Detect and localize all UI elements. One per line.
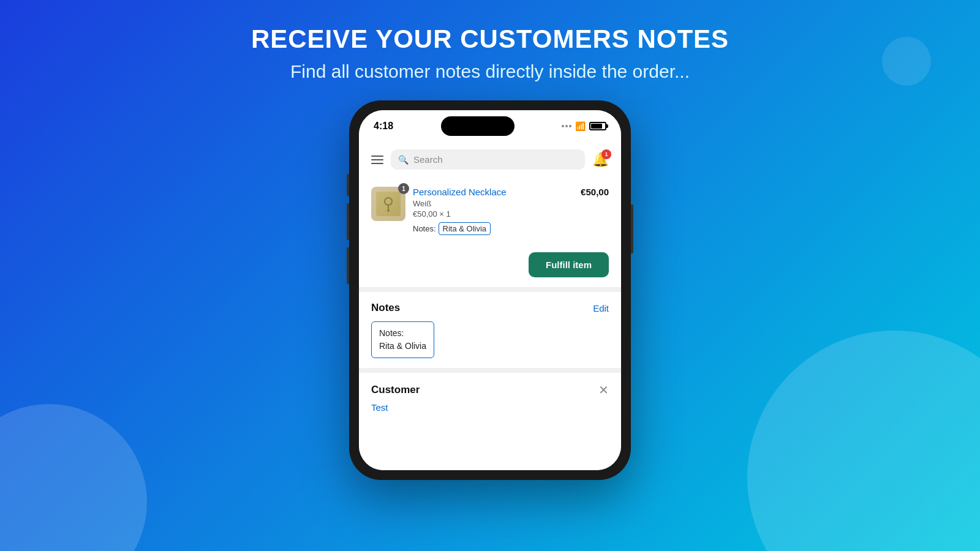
battery-fill: [591, 124, 602, 129]
phone-screen: 4:18 📶: [359, 110, 621, 470]
notes-header: Notes Edit: [371, 302, 609, 314]
product-price-qty: €50,00 × 1: [413, 209, 573, 219]
customer-section: Customer ✕ Test: [359, 368, 621, 420]
sub-title: Find all customer notes directly inside …: [251, 61, 729, 82]
notes-line2: Rita & Olivia: [379, 341, 426, 351]
app-content: 🔍 Search 🔔 1 1: [359, 142, 621, 470]
status-icons: 📶: [562, 121, 606, 131]
hamburger-menu[interactable]: [371, 156, 383, 164]
product-price-right: €50,00: [581, 187, 609, 197]
product-badge: 1: [398, 183, 409, 194]
bell-badge: 1: [601, 149, 611, 159]
header-section: RECEIVE YOUR CUSTOMERS NOTES Find all cu…: [251, 0, 729, 82]
bg-circle-right-small: [882, 37, 931, 86]
wifi-icon: 📶: [575, 121, 586, 131]
bell-wrapper[interactable]: 🔔 1: [592, 152, 609, 168]
phone-side-button-3: [347, 247, 349, 284]
status-bar: 4:18 📶: [359, 110, 621, 142]
customer-title: Customer: [371, 384, 420, 396]
hamburger-line-2: [371, 159, 383, 160]
customer-name[interactable]: Test: [371, 402, 609, 413]
fulfill-item-button[interactable]: Fulfill item: [529, 252, 609, 277]
inline-notes-value: Rita & Olivia: [439, 222, 491, 235]
signal-dot-1: [562, 125, 564, 127]
phone-side-button-2: [347, 203, 349, 240]
top-nav: 🔍 Search 🔔 1: [359, 142, 621, 177]
notes-box-text: Notes: Rita & Olivia: [379, 327, 426, 353]
fulfill-btn-row: Fulfill item: [359, 245, 621, 287]
inline-notes-label: Notes:: [413, 224, 436, 233]
bg-circle-left: [0, 404, 147, 551]
order-item-section: 1: [359, 177, 621, 245]
product-notes-row: Notes: Rita & Olivia: [413, 222, 573, 235]
notes-section: Notes Edit Notes: Rita & Olivia: [359, 292, 621, 368]
status-time: 4:18: [374, 121, 393, 132]
product-variant: Weiß: [413, 199, 573, 208]
product-img-inner: [376, 192, 401, 216]
search-icon: 🔍: [398, 155, 409, 165]
order-item-row: 1: [371, 187, 609, 235]
notes-title: Notes: [371, 302, 400, 314]
phone-side-button-1: [347, 174, 349, 196]
signal-dot-2: [565, 125, 568, 127]
hamburger-line-3: [371, 163, 383, 164]
divider-1: [359, 287, 621, 292]
main-title: RECEIVE YOUR CUSTOMERS NOTES: [251, 24, 729, 54]
phone-side-button-right: [631, 204, 633, 253]
necklace-svg: [380, 195, 397, 212]
product-name: Personalized Necklace: [413, 187, 573, 197]
hamburger-line-1: [371, 156, 383, 157]
battery-icon: [589, 122, 606, 130]
notes-line1: Notes:: [379, 328, 404, 338]
product-details: Personalized Necklace Weiß €50,00 × 1 No…: [413, 187, 573, 235]
notes-content-box: Notes: Rita & Olivia: [371, 321, 434, 358]
close-customer-button[interactable]: ✕: [598, 383, 609, 397]
svg-point-2: [387, 209, 390, 212]
svg-point-0: [385, 198, 392, 205]
signal-dots: [562, 125, 571, 127]
product-image-wrapper: 1: [371, 187, 405, 221]
bg-circle-right-large: [747, 331, 980, 551]
edit-notes-link[interactable]: Edit: [593, 303, 609, 313]
search-bar[interactable]: 🔍 Search: [391, 149, 585, 170]
signal-dot-3: [569, 125, 571, 127]
dynamic-island: [441, 116, 514, 136]
phone-frame: 4:18 📶: [349, 100, 631, 480]
phone-wrapper: 4:18 📶: [349, 100, 631, 480]
search-placeholder: Search: [413, 154, 443, 165]
customer-header: Customer ✕: [371, 383, 609, 397]
